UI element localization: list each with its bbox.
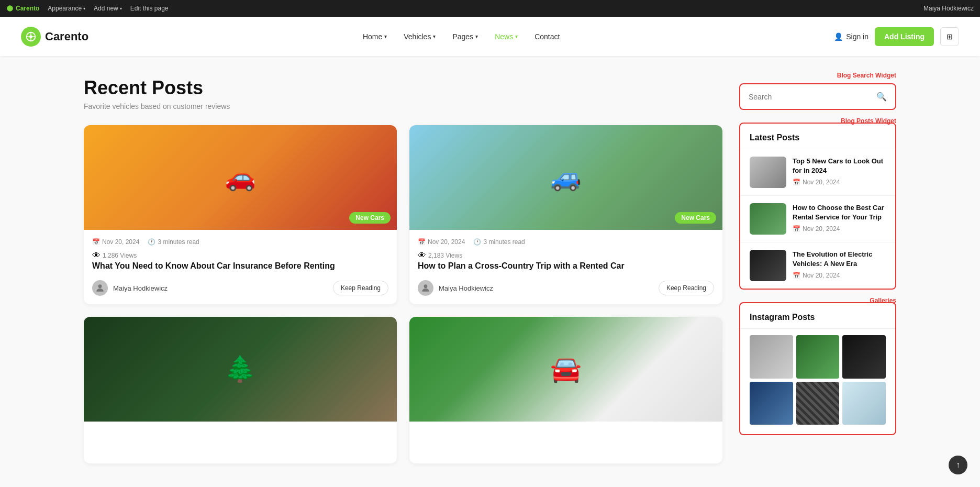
admin-logo: Carento bbox=[6, 5, 39, 12]
sign-in-button[interactable]: 👤 Sign in bbox=[834, 32, 868, 41]
clock-icon-1: 🕐 bbox=[148, 238, 155, 246]
post-body-4 bbox=[409, 422, 722, 463]
post-image-4: 🚘 bbox=[409, 317, 722, 422]
post-image-3: 🌲 bbox=[84, 317, 397, 422]
search-widget: 🔍 bbox=[739, 83, 896, 110]
post-date-1: 📅 Nov 20, 2024 bbox=[92, 238, 139, 246]
calendar-icon-s2: 📅 bbox=[793, 225, 800, 233]
nav-news[interactable]: News ▾ bbox=[495, 32, 518, 41]
search-icon: 🔍 bbox=[876, 92, 887, 102]
nav-home[interactable]: Home ▾ bbox=[363, 32, 387, 41]
grid-icon: ⊞ bbox=[946, 32, 953, 41]
instagram-item-4[interactable] bbox=[750, 382, 793, 425]
sidebar: Blog Search Widget 🔍 Blog Posts Widget L… bbox=[739, 77, 896, 466]
post-badge-2[interactable]: New Cars bbox=[675, 212, 716, 224]
post-image-wrap: 🚗 New Cars bbox=[84, 125, 397, 230]
appearance-caret: ▾ bbox=[83, 6, 85, 11]
calendar-icon-1: 📅 bbox=[92, 238, 100, 246]
latest-posts-title: Latest Posts bbox=[740, 124, 895, 149]
news-caret: ▾ bbox=[515, 34, 518, 39]
page-title: Recent Posts bbox=[84, 77, 722, 99]
admin-bar: Carento Appearance ▾ Add new ▾ Edit this… bbox=[0, 0, 980, 17]
latest-post-item-1[interactable]: Top 5 New Cars to Look Out for in 2024 📅… bbox=[740, 149, 895, 196]
latest-post-thumb-1 bbox=[750, 157, 786, 188]
author-name-2: Maiya Hodkiewicz bbox=[439, 284, 493, 292]
add-listing-button[interactable]: Add Listing bbox=[875, 27, 934, 46]
scroll-top-button[interactable]: ↑ bbox=[949, 456, 967, 474]
post-body-3 bbox=[84, 422, 397, 463]
post-body-2: 📅 Nov 20, 2024 🕐 3 minutes read 👁 2,183 … bbox=[409, 230, 722, 304]
latest-post-item-3[interactable]: The Evolution of Electric Vehicles: A Ne… bbox=[740, 242, 895, 289]
post-date-2: 📅 Nov 20, 2024 bbox=[418, 238, 465, 246]
svg-point-5 bbox=[98, 285, 102, 289]
instagram-grid bbox=[740, 329, 895, 434]
instagram-widget: Instagram Posts bbox=[739, 302, 896, 435]
nav-actions: 👤 Sign in Add Listing ⊞ bbox=[834, 27, 959, 46]
instagram-item-5[interactable] bbox=[796, 382, 840, 425]
latest-post-content-3: The Evolution of Electric Vehicles: A Ne… bbox=[793, 250, 886, 279]
home-caret: ▾ bbox=[384, 34, 387, 39]
vehicles-caret: ▾ bbox=[433, 34, 436, 39]
latest-post-title-2: How to Choose the Best Car Rental Servic… bbox=[793, 203, 886, 222]
eye-icon-1: 👁 bbox=[92, 251, 101, 260]
instagram-title: Instagram Posts bbox=[740, 303, 895, 329]
main-nav: Carento Home ▾ Vehicles ▾ Pages ▾ News ▾… bbox=[0, 17, 980, 56]
post-card-4: 🚘 bbox=[409, 317, 722, 463]
author-name-1: Maiya Hodkiewicz bbox=[113, 284, 168, 292]
nav-vehicles[interactable]: Vehicles ▾ bbox=[404, 32, 436, 41]
post-card: 🚗 New Cars 📅 Nov 20, 2024 🕐 3 minutes re… bbox=[84, 125, 397, 304]
post-card-3: 🌲 bbox=[84, 317, 397, 463]
clock-icon-2: 🕐 bbox=[473, 238, 481, 246]
post-image-wrap-3: 🌲 bbox=[84, 317, 397, 422]
add-new-link[interactable]: Add new bbox=[94, 5, 118, 12]
page-subtitle: Favorite vehicles based on customer revi… bbox=[84, 102, 722, 110]
latest-post-title-1: Top 5 New Cars to Look Out for in 2024 bbox=[793, 157, 886, 175]
search-input[interactable] bbox=[749, 93, 876, 101]
post-readtime-2: 🕐 3 minutes read bbox=[473, 238, 525, 246]
post-title-2: How to Plan a Cross-Country Trip with a … bbox=[418, 260, 714, 272]
search-widget-label: Blog Search Widget bbox=[837, 72, 896, 79]
author-avatar-2 bbox=[418, 280, 433, 296]
post-image-wrap-2: 🚙 New Cars bbox=[409, 125, 722, 230]
add-new-caret: ▾ bbox=[120, 6, 122, 11]
keep-reading-button-2[interactable]: Keep Reading bbox=[659, 281, 714, 295]
keep-reading-button-1[interactable]: Keep Reading bbox=[333, 281, 388, 295]
post-meta-2: 📅 Nov 20, 2024 🕐 3 minutes read bbox=[418, 238, 714, 246]
calendar-icon-s3: 📅 bbox=[793, 272, 800, 279]
latest-post-content-2: How to Choose the Best Car Rental Servic… bbox=[793, 203, 886, 233]
instagram-item-3[interactable] bbox=[842, 335, 886, 379]
svg-point-6 bbox=[424, 285, 428, 289]
post-badge-1[interactable]: New Cars bbox=[349, 212, 391, 224]
search-input-wrap: 🔍 bbox=[740, 84, 895, 109]
nav-pages[interactable]: Pages ▾ bbox=[452, 32, 478, 41]
eye-icon-2: 👁 bbox=[418, 251, 426, 260]
admin-logo-text: Carento bbox=[16, 5, 39, 12]
post-footer-2: Maiya Hodkiewicz Keep Reading bbox=[418, 280, 714, 296]
logo-icon bbox=[21, 27, 41, 47]
post-readtime-1: 🕐 3 minutes read bbox=[148, 238, 199, 246]
instagram-item-2[interactable] bbox=[796, 335, 840, 379]
instagram-item-6[interactable] bbox=[842, 382, 886, 425]
post-footer-1: Maiya Hodkiewicz Keep Reading bbox=[92, 280, 388, 296]
appearance-link[interactable]: Appearance bbox=[48, 5, 82, 12]
site-logo[interactable]: Carento bbox=[21, 27, 88, 47]
nav-contact[interactable]: Contact bbox=[534, 32, 560, 41]
admin-user: Maiya Hodkiewicz bbox=[923, 5, 974, 12]
main-content-area: Recent Posts Favorite vehicles based on … bbox=[84, 77, 722, 466]
edit-page-link[interactable]: Edit this page bbox=[130, 5, 169, 12]
add-new-menu[interactable]: Add new ▾ bbox=[94, 5, 122, 12]
posts-grid: 🚗 New Cars 📅 Nov 20, 2024 🕐 3 minutes re… bbox=[84, 125, 722, 463]
latest-post-date-2: 📅 Nov 20, 2024 bbox=[793, 225, 886, 233]
calendar-icon-s1: 📅 bbox=[793, 179, 800, 186]
post-meta-1: 📅 Nov 20, 2024 🕐 3 minutes read bbox=[92, 238, 388, 246]
latest-post-date-1: 📅 Nov 20, 2024 bbox=[793, 179, 886, 186]
grid-view-button[interactable]: ⊞ bbox=[940, 27, 959, 46]
author-avatar-1 bbox=[92, 280, 108, 296]
appearance-menu[interactable]: Appearance ▾ bbox=[48, 5, 85, 12]
latest-posts-widget-label: Blog Posts Widget bbox=[841, 117, 896, 125]
svg-point-0 bbox=[7, 5, 13, 12]
instagram-item-1[interactable] bbox=[750, 335, 793, 379]
post-title-1: What You Need to Know About Car Insuranc… bbox=[92, 260, 388, 272]
latest-post-item-2[interactable]: How to Choose the Best Car Rental Servic… bbox=[740, 196, 895, 242]
nav-links: Home ▾ Vehicles ▾ Pages ▾ News ▾ Contact bbox=[88, 32, 834, 41]
